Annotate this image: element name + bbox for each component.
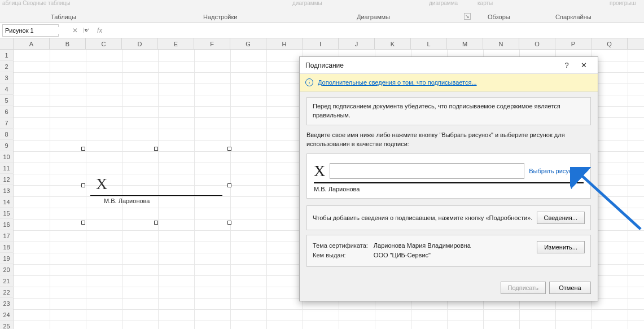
col-header[interactable]: M xyxy=(447,38,483,49)
col-header[interactable]: B xyxy=(50,38,86,49)
row-header[interactable]: 22 xyxy=(0,287,14,298)
ribbon-groups-row: Таблицы Надстройки Диаграммы ↘ Обзоры Сп… xyxy=(0,11,644,23)
col-header[interactable]: D xyxy=(122,38,158,49)
row-header[interactable]: 4 xyxy=(0,84,14,95)
help-icon[interactable]: ? xyxy=(558,61,575,69)
cert-subject-value: Ларионова Мария Владимировна xyxy=(374,241,471,251)
col-header[interactable]: J xyxy=(339,38,375,49)
dialog-info-bar: i Дополнительные сведения о том, что под… xyxy=(300,74,598,91)
row-header[interactable]: 2 xyxy=(0,61,14,72)
charts-dialog-launcher-icon[interactable]: ↘ xyxy=(464,13,471,20)
col-header[interactable]: L xyxy=(411,38,447,49)
resize-handle[interactable] xyxy=(154,147,158,151)
signature-signer-name: М.В. Ларионова xyxy=(104,198,150,204)
select-all-corner[interactable] xyxy=(0,38,14,49)
col-header[interactable]: K xyxy=(375,38,411,49)
more-info-link[interactable]: Дополнительные сведения о том, что подпи… xyxy=(318,79,477,86)
col-header[interactable]: Q xyxy=(592,38,628,49)
row-header[interactable]: 21 xyxy=(0,275,14,287)
resize-handle[interactable] xyxy=(81,183,85,187)
row-header[interactable]: 14 xyxy=(0,196,14,208)
warning-text: Перед подписанием документа убедитесь, ч… xyxy=(306,97,591,125)
row-header[interactable]: 20 xyxy=(0,264,14,275)
signature-line xyxy=(314,182,584,183)
change-cert-button[interactable]: Изменить... xyxy=(537,241,585,253)
resize-handle[interactable] xyxy=(227,183,231,187)
row-header[interactable]: 16 xyxy=(0,219,14,230)
name-box[interactable]: ▼ xyxy=(2,24,59,37)
cert-issuer-label: Кем выдан: xyxy=(313,251,368,261)
signature-x-mark: X xyxy=(96,175,107,193)
ribbon-group-tours: Обзоры xyxy=(488,14,510,20)
col-header[interactable]: F xyxy=(194,38,230,49)
signature-line-object[interactable]: X М.В. Ларионова xyxy=(84,149,229,222)
signature-input-panel: X Выбрать рисунок... М.В. Ларионова xyxy=(306,153,591,199)
resize-handle[interactable] xyxy=(227,221,231,225)
row-header[interactable]: 11 xyxy=(0,163,14,174)
select-image-link[interactable]: Выбрать рисунок... xyxy=(529,168,584,174)
row-header[interactable]: 1 xyxy=(0,50,14,61)
col-header[interactable]: G xyxy=(230,38,266,49)
row-header[interactable]: 12 xyxy=(0,174,14,185)
col-header[interactable]: P xyxy=(555,38,592,49)
resize-handle[interactable] xyxy=(81,221,85,225)
confirm-icon[interactable]: ✓ xyxy=(85,27,90,34)
details-text: Чтобы добавить сведения о подписавшем, н… xyxy=(313,214,537,221)
dialog-titlebar[interactable]: Подписание ? ✕ xyxy=(300,57,598,74)
row-header[interactable]: 19 xyxy=(0,253,14,264)
ribbon-fragment: проигрыш xyxy=(610,0,636,6)
row-header[interactable]: 10 xyxy=(0,151,14,163)
cert-issuer-value: ООО "ЦИБ-Сервис" xyxy=(374,251,471,261)
sign-button[interactable]: Подписать xyxy=(501,282,546,294)
dialog-footer: Подписать Отмена xyxy=(300,277,598,301)
ribbon-fragment: аблица Сводные таблицы xyxy=(2,0,71,6)
ribbon-group-addins: Надстройки xyxy=(203,14,237,20)
col-header[interactable]: E xyxy=(158,38,194,49)
signature-x-mark: X xyxy=(314,162,325,180)
col-header[interactable]: I xyxy=(303,38,339,49)
column-headers: A B C D E F G H I J K L M N O P Q xyxy=(0,38,644,50)
signature-name-input[interactable] xyxy=(330,163,524,179)
row-header[interactable]: 3 xyxy=(0,72,14,84)
signature-signer-label: М.В. Ларионова xyxy=(314,186,584,192)
details-button[interactable]: Сведения... xyxy=(537,212,585,224)
row-header[interactable]: 24 xyxy=(0,309,14,321)
instruction-text: Введите свое имя ниже либо нажмите кнопк… xyxy=(306,131,591,149)
col-header[interactable]: A xyxy=(14,38,50,49)
sign-dialog: Подписание ? ✕ i Дополнительные сведения… xyxy=(299,56,598,301)
ribbon-group-sparklines: Спарклайны xyxy=(555,14,592,20)
row-header[interactable]: 17 xyxy=(0,230,14,242)
ribbon-group-tables: Таблицы xyxy=(51,14,76,20)
info-icon: i xyxy=(305,78,313,86)
row-header[interactable]: 25 xyxy=(0,321,14,329)
ribbon-commands-row: аблица Сводные таблицы диаграммы диаграм… xyxy=(0,0,644,11)
row-header[interactable]: 13 xyxy=(0,185,14,196)
row-header[interactable]: 8 xyxy=(0,129,14,140)
col-header[interactable]: C xyxy=(86,38,122,49)
row-header[interactable]: 15 xyxy=(0,208,14,219)
row-header[interactable]: 6 xyxy=(0,106,14,117)
signature-line xyxy=(90,195,222,196)
row-header[interactable]: 5 xyxy=(0,95,14,106)
row-header[interactable]: 23 xyxy=(0,298,14,309)
cancel-button[interactable]: Отмена xyxy=(549,282,591,294)
dialog-title: Подписание xyxy=(305,62,558,69)
row-header[interactable]: 7 xyxy=(0,117,14,129)
row-header[interactable]: 9 xyxy=(0,140,14,151)
ribbon-group-charts: Диаграммы xyxy=(357,14,390,20)
cert-subject-label: Тема сертификата: xyxy=(313,241,368,251)
col-header[interactable]: H xyxy=(266,38,303,49)
formula-bar-row: ▼ ✕ ✓ fx xyxy=(0,23,644,38)
row-header[interactable]: 18 xyxy=(0,242,14,253)
close-icon[interactable]: ✕ xyxy=(575,61,592,69)
fx-icon[interactable]: fx xyxy=(97,27,102,34)
name-box-input[interactable] xyxy=(3,27,83,34)
resize-handle[interactable] xyxy=(227,147,231,151)
resize-handle[interactable] xyxy=(154,221,158,225)
col-header[interactable]: O xyxy=(519,38,555,49)
resize-handle[interactable] xyxy=(81,147,85,151)
col-header[interactable]: N xyxy=(483,38,519,49)
certificate-row: Тема сертификата: Кем выдан: Ларионова М… xyxy=(306,235,591,267)
ribbon-fragment: карты xyxy=(477,0,493,6)
cancel-icon[interactable]: ✕ xyxy=(72,27,78,34)
